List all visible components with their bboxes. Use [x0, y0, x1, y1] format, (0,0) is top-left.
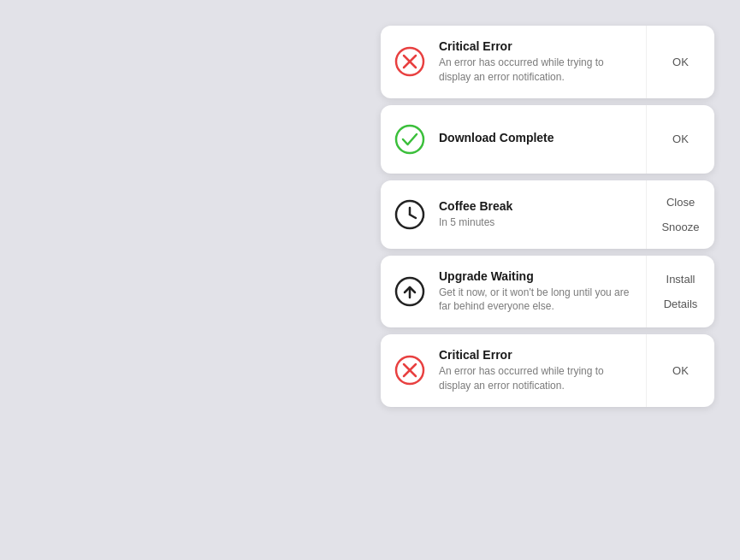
notification-subtitle-upgrade: Get it now, or it won't be long until yo… [439, 286, 634, 315]
notification-actions-critical-2: OK [646, 334, 714, 407]
notification-card-critical-error-2: Critical Error An error has occurred whi… [381, 334, 714, 407]
error-icon-2 [393, 353, 427, 387]
notification-actions-upgrade: Install Details [646, 256, 714, 328]
notification-actions-download: OK [646, 105, 714, 174]
ok-button-download[interactable]: OK [666, 129, 696, 149]
notification-subtitle-coffee: In 5 minutes [439, 215, 634, 230]
notification-text-upgrade: Upgrade Waiting Get it now, or it won't … [439, 269, 634, 315]
ok-button-critical-1[interactable]: OK [666, 52, 696, 72]
notification-subtitle-critical-1: An error has occurred while trying to di… [439, 56, 634, 85]
notification-card-download: Download Complete OK [381, 105, 714, 174]
notifications-container: Critical Error An error has occurred whi… [381, 26, 714, 407]
install-button-upgrade[interactable]: Install [660, 269, 702, 289]
notification-card-upgrade: Upgrade Waiting Get it now, or it won't … [381, 256, 714, 328]
notification-title-upgrade: Upgrade Waiting [439, 269, 634, 283]
notification-title-critical-1: Critical Error [439, 39, 634, 53]
notification-text-coffee: Coffee Break In 5 minutes [439, 199, 634, 230]
snooze-button-coffee[interactable]: Snooze [654, 217, 706, 237]
notification-body-coffee: Coffee Break In 5 minutes [381, 180, 646, 249]
clock-icon [393, 197, 427, 232]
upgrade-icon [393, 274, 427, 309]
svg-line-6 [410, 215, 416, 218]
notification-body: Critical Error An error has occurred whi… [381, 26, 646, 98]
notification-text-download: Download Complete [439, 131, 634, 147]
notification-text-critical-2: Critical Error An error has occurred whi… [439, 348, 634, 393]
notification-body-upgrade: Upgrade Waiting Get it now, or it won't … [381, 256, 646, 328]
notification-title-critical-2: Critical Error [439, 348, 634, 362]
notification-body-critical-2: Critical Error An error has occurred whi… [381, 334, 646, 407]
notification-card-critical-error-1: Critical Error An error has occurred whi… [381, 26, 714, 98]
notification-subtitle-critical-2: An error has occurred while trying to di… [439, 364, 634, 393]
notification-card-coffee: Coffee Break In 5 minutes Close Snooze [381, 180, 714, 249]
notification-text-critical-1: Critical Error An error has occurred whi… [439, 39, 634, 85]
svg-point-3 [396, 126, 423, 153]
close-button-coffee[interactable]: Close [660, 192, 702, 212]
success-icon [393, 122, 427, 156]
notification-actions-critical-1: OK [646, 26, 714, 98]
details-button-upgrade[interactable]: Details [657, 294, 705, 314]
notification-body-download: Download Complete [381, 105, 646, 174]
error-icon-1 [393, 44, 427, 79]
notification-title-download: Download Complete [439, 131, 634, 144]
notification-actions-coffee: Close Snooze [646, 180, 714, 249]
ok-button-critical-2[interactable]: OK [666, 361, 696, 380]
notification-title-coffee: Coffee Break [439, 199, 634, 213]
